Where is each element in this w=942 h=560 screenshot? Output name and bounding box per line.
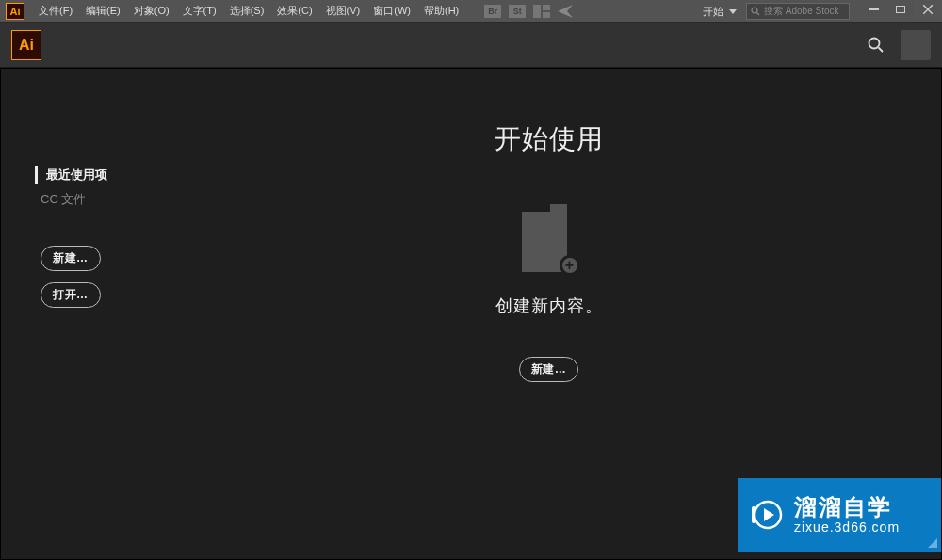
toolbar: Ai [0, 23, 942, 68]
stock-icon[interactable]: St [509, 5, 526, 18]
svg-rect-5 [869, 8, 879, 10]
menubar-app-icons: Br St [484, 5, 573, 18]
watermark-banner: 溜溜自学 zixue.3d66.com [738, 478, 941, 552]
watermark-text: 溜溜自学 zixue.3d66.com [794, 495, 900, 535]
menu-effect[interactable]: 效果(C) [270, 0, 318, 23]
watermark-subtitle: zixue.3d66.com [794, 520, 900, 535]
menubar: Ai 文件(F) 编辑(E) 对象(O) 文字(T) 选择(S) 效果(C) 视… [0, 0, 942, 23]
search-icon [868, 37, 885, 54]
search-icon [751, 7, 760, 16]
menu-edit[interactable]: 编辑(E) [79, 0, 127, 23]
svg-line-4 [757, 13, 760, 16]
start-workspace: 最近使用项 CC 文件 新建… 打开… 开始使用 + 创建新内容。 新建… 溜溜… [0, 68, 942, 560]
svg-point-3 [752, 8, 757, 13]
arrange-docs-icon[interactable] [533, 5, 550, 18]
page-subtitle: 创建新内容。 [495, 295, 603, 317]
svg-rect-6 [897, 7, 905, 13]
sidebar-item-recent[interactable]: 最近使用项 [41, 163, 156, 187]
new-document-icon: + [522, 204, 577, 272]
maximize-button[interactable] [887, 0, 914, 19]
svg-marker-12 [764, 508, 774, 521]
menu-view[interactable]: 视图(V) [319, 0, 367, 23]
svg-rect-13 [752, 506, 755, 523]
search-button[interactable] [863, 32, 889, 58]
chevron-down-icon [729, 9, 737, 14]
start-sidebar: 最近使用项 CC 文件 新建… 打开… [1, 69, 156, 559]
svg-line-10 [879, 47, 884, 52]
watermark-title: 溜溜自学 [794, 495, 900, 520]
menu-window[interactable]: 窗口(W) [366, 0, 417, 23]
search-placeholder: 搜索 Adobe Stock [764, 5, 838, 18]
menubar-right: 开始 搜索 Adobe Stock [697, 0, 942, 23]
menu-object[interactable]: 对象(O) [127, 0, 176, 23]
app-logo-small: Ai [6, 3, 24, 20]
sidebar-actions: 新建… 打开… [41, 246, 156, 308]
watermark-corner-icon [928, 538, 937, 548]
svg-rect-0 [533, 5, 541, 18]
menu-file[interactable]: 文件(F) [32, 0, 79, 23]
workspace-dropdown[interactable]: 开始 [697, 3, 742, 20]
close-button[interactable] [914, 0, 942, 19]
open-button[interactable]: 打开… [41, 282, 101, 308]
menu-text[interactable]: 文字(T) [176, 0, 223, 23]
bridge-icon[interactable]: Br [484, 5, 501, 18]
sidebar-item-cc-files[interactable]: CC 文件 [41, 187, 156, 212]
menu-select[interactable]: 选择(S) [223, 0, 271, 23]
profile-avatar[interactable] [901, 30, 931, 60]
svg-rect-1 [543, 5, 550, 10]
app-logo-large: Ai [11, 30, 41, 60]
window-controls [861, 0, 942, 23]
page-title: 开始使用 [495, 121, 604, 157]
minimize-button[interactable] [861, 0, 887, 19]
menu-help[interactable]: 帮助(H) [417, 0, 465, 23]
sync-icon[interactable] [558, 5, 573, 18]
watermark-logo-icon [751, 498, 785, 532]
stock-search-box[interactable]: 搜索 Adobe Stock [746, 3, 850, 20]
create-new-button[interactable]: 新建… [519, 357, 579, 382]
workspace-label: 开始 [703, 5, 723, 19]
new-button[interactable]: 新建… [41, 246, 101, 271]
plus-icon: + [560, 255, 580, 276]
svg-point-9 [869, 38, 880, 48]
svg-rect-2 [543, 12, 550, 18]
